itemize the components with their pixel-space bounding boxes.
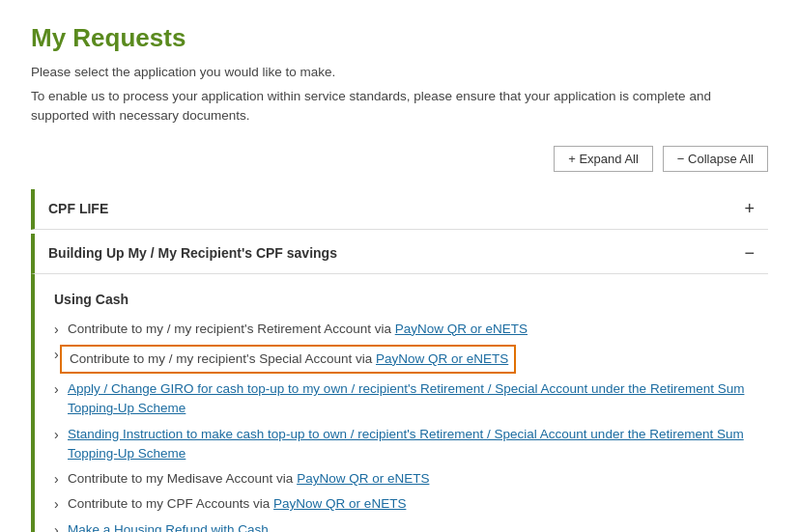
list-item: Contribute to my CPF Accounts via PayNow… [54,491,749,517]
cash-items-list: Contribute to my / my recipient's Retire… [54,317,749,533]
using-cash-section: Using Cash Contribute to my / my recipie… [54,292,749,533]
accordion-building-up: Building Up My / My Recipient's CPF savi… [31,234,768,533]
page-title: My Requests [31,23,768,53]
list-item: Apply / Change GIRO for cash top-up to m… [54,377,749,422]
list-item: Make a Housing Refund with Cash [54,518,749,533]
accordion-cpf-life: CPF LIFE + [31,189,768,230]
cash-item-5-link[interactable]: PayNow QR or eNETS [297,471,429,486]
accordion-building-up-content: Using Cash Contribute to my / my recipie… [31,274,768,533]
cash-item-6-text: Contribute to my CPF Accounts via [68,496,273,511]
accordion-cpf-life-icon: + [744,199,755,219]
accordion-building-up-label: Building Up My / My Recipient's CPF savi… [48,245,337,261]
cash-item-5-text: Contribute to my Medisave Account via [68,471,297,486]
cash-item-2-highlight: Contribute to my / my recipient's Specia… [60,345,516,374]
note: To enable us to process your application… [31,87,768,126]
accordion-cpf-life-header[interactable]: CPF LIFE + [31,189,768,230]
subtitle: Please select the application you would … [31,65,768,79]
list-item: Contribute to my / my recipient's Specia… [54,342,749,377]
list-item: Contribute to my / my recipient's Retire… [54,317,749,342]
cash-item-1-link[interactable]: PayNow QR or eNETS [395,322,528,336]
page-wrapper: My Requests Please select the applicatio… [0,0,799,532]
collapse-all-button[interactable]: − Collapse All [663,146,768,172]
expand-all-button[interactable]: + Expand All [554,146,653,172]
accordion-building-up-header[interactable]: Building Up My / My Recipient's CPF savi… [31,234,768,274]
cash-item-6-link[interactable]: PayNow QR or eNETS [273,496,406,511]
toolbar: + Expand All − Collapse All [31,146,768,172]
list-item: Standing Instruction to make cash top-up… [54,422,749,467]
cash-item-2-text: Contribute to my / my recipient's Specia… [70,351,376,366]
cash-item-3-link[interactable]: Apply / Change GIRO for cash top-up to m… [68,381,744,415]
cash-item-4-link[interactable]: Standing Instruction to make cash top-up… [68,427,744,461]
using-cash-title: Using Cash [54,292,749,307]
cash-item-2-link[interactable]: PayNow QR or eNETS [376,351,508,366]
cash-item-7-link[interactable]: Make a Housing Refund with Cash [68,522,269,533]
accordion-building-up-icon: − [744,243,755,264]
cash-item-1-text: Contribute to my / my recipient's Retire… [68,322,395,336]
accordion-cpf-life-label: CPF LIFE [48,201,108,216]
list-item: Contribute to my Medisave Account via Pa… [54,466,749,491]
